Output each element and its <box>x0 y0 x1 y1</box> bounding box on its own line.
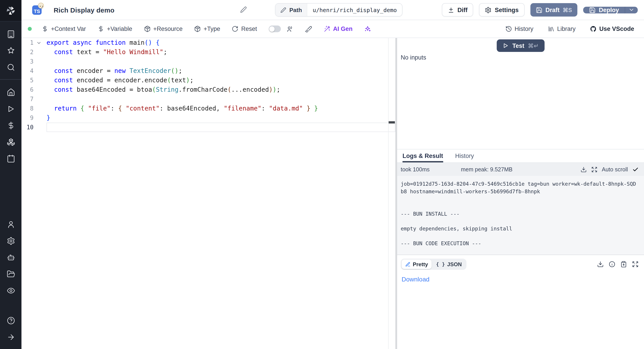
add-resource-label: +Resource <box>153 26 182 32</box>
sidebar-item-workers[interactable] <box>0 249 22 266</box>
diff-button-label: Diff <box>458 7 468 13</box>
diff-button[interactable]: Diff <box>442 3 474 17</box>
expand-icon[interactable] <box>591 166 597 172</box>
expand-icon[interactable] <box>632 261 639 268</box>
path-chip[interactable]: Path u/henri/rich_display_demo <box>275 3 403 17</box>
code-line[interactable]: 4 const encoder = new TextEncoder(); <box>22 66 395 76</box>
line-number: 7 <box>22 96 35 103</box>
main-column: TS Rich Display demo Path u/henri/rich_d… <box>22 0 644 349</box>
ai-gen-label: AI Gen <box>333 26 352 32</box>
sidebar-expand-button[interactable] <box>0 329 22 345</box>
download-icon[interactable] <box>580 166 586 172</box>
add-type-button[interactable]: +Type <box>194 26 220 32</box>
code-line-text: export async function main() { <box>46 38 395 48</box>
code-line[interactable]: 6 const base64Encoded = btoa(String.from… <box>22 85 395 94</box>
code-line[interactable]: 5 const encoded = encoder.encode(text); <box>22 76 395 85</box>
add-context-var-button[interactable]: +Context Var <box>42 26 86 32</box>
draft-button[interactable]: Draft ⌘S <box>530 3 577 17</box>
tab-history[interactable]: History <box>455 149 474 162</box>
code-line[interactable]: 1export async function main() { <box>22 38 395 48</box>
deploy-split-button: Deploy <box>583 7 638 13</box>
code-line[interactable]: 7 <box>22 94 395 104</box>
calendar-icon <box>6 154 15 163</box>
reset-button[interactable]: Reset <box>232 26 257 32</box>
dollar-icon <box>42 26 48 32</box>
ai-sparkles-button[interactable] <box>364 25 371 33</box>
line-number: 9 <box>22 115 35 121</box>
clipboard-copy-icon[interactable] <box>620 261 627 268</box>
result-download-link[interactable]: Download <box>402 276 430 283</box>
sidebar-item-settings[interactable] <box>0 233 22 249</box>
edit-summary-button[interactable] <box>240 6 247 13</box>
windmill-logo-icon <box>5 5 16 16</box>
view-json-button[interactable]: { } JSON <box>432 259 465 269</box>
code-line[interactable]: 8 return { "file": { "content": base64En… <box>22 104 395 113</box>
pencil-icon <box>280 7 286 13</box>
code-line-text: const base64Encoded = btoa(String.fromCh… <box>46 85 395 94</box>
use-vscode-button[interactable]: Use VScode <box>590 26 634 32</box>
code-line[interactable]: 10 <box>22 123 395 132</box>
collaboration-toggle[interactable] <box>268 26 281 32</box>
check-icon[interactable] <box>632 166 639 172</box>
download-icon[interactable] <box>597 261 604 268</box>
run-status-bar: took 100ms mem peak: 9.527MB Auto scroll <box>397 163 644 176</box>
sidebar-item-folders[interactable] <box>0 266 22 282</box>
reset-label: Reset <box>241 26 257 32</box>
sidebar-item-variables[interactable] <box>0 117 22 134</box>
add-resource-button[interactable]: +Resource <box>144 26 182 32</box>
sidebar-item-resources[interactable] <box>0 134 22 150</box>
sidebar-item-search[interactable] <box>0 59 22 76</box>
logs-text: job=01912d75-163d-8204-47c9-5469c516cb1e… <box>401 180 638 247</box>
line-number: 1 <box>22 39 35 46</box>
format-button[interactable] <box>305 25 312 33</box>
line-number: 4 <box>22 68 35 74</box>
language-badge-label: TS <box>34 8 40 14</box>
code-line[interactable]: 9} <box>22 113 395 123</box>
boxes-icon <box>6 138 15 146</box>
line-number: 6 <box>22 86 35 93</box>
status-bar-actions: Auto scroll <box>580 166 639 172</box>
sidebar-item-workspace[interactable] <box>0 26 22 43</box>
deploy-more-button[interactable] <box>625 7 638 13</box>
multiplayer-button[interactable] <box>286 25 293 33</box>
code-line[interactable]: 2 const text = "Hello Windmill"; <box>22 48 395 57</box>
draft-button-label: Draft <box>546 7 560 13</box>
add-variable-button[interactable]: +Variable <box>98 26 132 32</box>
paintbrush-icon <box>305 25 312 33</box>
library-button[interactable]: Library <box>548 26 576 32</box>
building-icon <box>6 30 15 39</box>
info-icon[interactable] <box>609 261 616 268</box>
panel-resize-handle[interactable] <box>395 38 397 349</box>
sidebar-item-audit[interactable] <box>0 282 22 299</box>
sidebar-item-help[interactable] <box>0 312 22 329</box>
sidebar-item-schedules[interactable] <box>0 150 22 167</box>
line-number: 10 <box>22 124 35 131</box>
pencil-icon <box>240 6 247 13</box>
result-actions <box>597 261 639 268</box>
sidebar-item-runs[interactable] <box>0 101 22 117</box>
fold-chevron-icon[interactable] <box>36 40 42 46</box>
view-pretty-button[interactable]: Pretty <box>402 259 432 269</box>
braces-icon: { } <box>436 261 445 267</box>
settings-button[interactable]: Settings <box>479 3 524 17</box>
code-line[interactable]: 3 <box>22 57 395 66</box>
ai-gen-button[interactable]: AI Gen <box>324 26 352 32</box>
sidebar-item-home[interactable] <box>0 84 22 101</box>
deploy-button[interactable]: Deploy <box>583 7 625 13</box>
history-button[interactable]: History <box>505 26 533 32</box>
tab-logs-result[interactable]: Logs & Result <box>402 149 443 162</box>
code-line-text <box>46 57 395 66</box>
save-icon <box>536 7 542 13</box>
autoscroll-label: Auto scroll <box>602 166 628 172</box>
windmill-logo[interactable] <box>0 0 22 22</box>
result-header: Pretty { } JSON <box>401 259 639 270</box>
search-icon <box>6 63 15 72</box>
library-label: Library <box>557 26 576 32</box>
sidebar-item-favorites[interactable] <box>0 43 22 59</box>
header-actions: Diff Settings Draft ⌘S Deploy <box>442 3 638 17</box>
gear-icon <box>485 7 492 13</box>
code-editor[interactable]: 1export async function main() {2 const t… <box>22 38 395 349</box>
sidebar-item-users[interactable] <box>0 216 22 233</box>
test-button[interactable]: Test ⌘↵ <box>497 39 544 52</box>
language-badge-typescript[interactable]: TS <box>32 5 42 15</box>
